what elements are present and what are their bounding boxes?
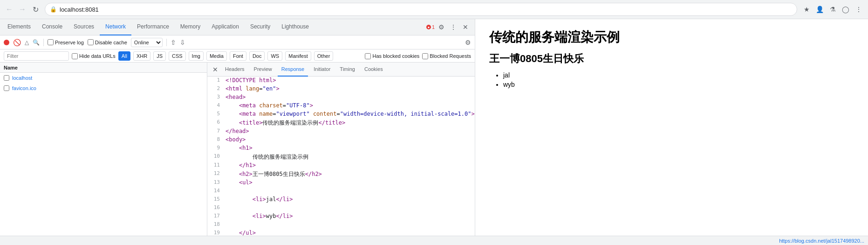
filter-ws-button[interactable]: WS [267, 51, 282, 61]
close-devtools-icon[interactable]: ✕ [460, 21, 471, 33]
preserve-log-label[interactable]: Preserve log [48, 39, 84, 45]
profile-icon[interactable]: 👤 [814, 4, 825, 15]
tab-preview[interactable]: Preview [250, 63, 276, 77]
list-item-jal: jal [503, 71, 854, 79]
disable-cache-text: Disable cache [95, 40, 127, 45]
line-content: <meta charset="UTF-8"> [224, 102, 475, 109]
search-icon[interactable]: 🔍 [33, 39, 40, 46]
line-number: 2 [207, 85, 224, 91]
line-number: 3 [207, 93, 224, 100]
line-content: </ul> [224, 229, 475, 236]
line-number: 10 [207, 153, 224, 159]
filter-img-button[interactable]: Img [189, 51, 204, 61]
filter-font-button[interactable]: Font [230, 51, 246, 61]
filter-media-button[interactable]: Media [206, 51, 227, 61]
request-items: localhost favicon.ico [0, 73, 207, 236]
network-settings-icon[interactable]: ⚙ [465, 39, 471, 46]
tab-initiator[interactable]: Initiator [310, 63, 334, 77]
record-button[interactable] [4, 40, 9, 45]
more-options-icon[interactable]: ⋮ [448, 21, 459, 33]
devtools-tab-bar: Elements Console Sources Network Perform… [0, 19, 475, 35]
response-close-button[interactable]: ✕ [211, 65, 219, 74]
list-item-wyb: wyb [503, 81, 854, 88]
error-dot: ● [426, 25, 431, 29]
filter-css-button[interactable]: CSS [169, 51, 186, 61]
page-subtitle: 王一博0805生日快乐 [489, 52, 854, 66]
disable-cache-label[interactable]: Disable cache [88, 39, 127, 45]
filter-all-button[interactable]: All [118, 51, 130, 61]
blocked-requests-text: Blocked Requests [430, 53, 471, 59]
request-item-favicon[interactable]: favicon.ico [0, 83, 207, 93]
line-content [224, 187, 475, 188]
code-line-16: 16 [207, 204, 475, 212]
blocked-requests-label[interactable]: Blocked Requests [422, 53, 471, 59]
code-line-10: 10 传统的服务端渲染示例 [207, 153, 475, 161]
tab-sources[interactable]: Sources [68, 19, 100, 35]
export-button[interactable]: ⇩ [180, 39, 185, 46]
tab-network[interactable]: Network [100, 19, 131, 35]
tab-lighthouse[interactable]: Lighthouse [276, 19, 314, 35]
line-content: <html lang="en"> [224, 85, 475, 92]
has-blocked-cookies-label[interactable]: Has blocked cookies [365, 53, 419, 59]
main-layout: Elements Console Sources Network Perform… [0, 19, 868, 236]
line-number: 7 [207, 127, 224, 134]
extension-icon[interactable]: ⚗ [827, 4, 838, 15]
filter-input[interactable] [4, 51, 69, 61]
request-item-localhost[interactable]: localhost [0, 73, 207, 83]
import-button[interactable]: ⇧ [171, 39, 176, 46]
bookmark-icon[interactable]: ★ [801, 4, 812, 15]
line-number: 5 [207, 110, 224, 117]
chrome-icon[interactable]: ◯ [840, 4, 851, 15]
line-content: <head> [224, 93, 475, 101]
tab-timing[interactable]: Timing [336, 63, 359, 77]
tab-response[interactable]: Response [278, 63, 308, 77]
reload-button[interactable]: ↻ [30, 4, 41, 15]
code-line-7: 7 </head> [207, 127, 475, 136]
menu-icon[interactable]: ⋮ [853, 4, 864, 15]
has-blocked-cookies-checkbox[interactable] [365, 53, 371, 59]
request-item-checkbox-localhost[interactable] [4, 75, 9, 81]
error-badge[interactable]: ● 1 [426, 24, 435, 30]
hide-data-urls-checkbox[interactable] [72, 53, 78, 59]
tab-console[interactable]: Console [36, 19, 68, 35]
tab-security[interactable]: Security [245, 19, 276, 35]
settings-gear-icon[interactable]: ⚙ [436, 21, 447, 33]
preserve-log-checkbox[interactable] [48, 39, 54, 45]
tab-cookies[interactable]: Cookies [361, 63, 387, 77]
page-list: jal wyb [503, 71, 854, 88]
tab-elements[interactable]: Elements [2, 19, 36, 35]
line-content: <meta name="viewport" content="width=dev… [224, 110, 475, 118]
status-link[interactable]: https://blog.csdn.net/jal1517498920... [779, 238, 864, 244]
code-line-19: 19 </ul> [207, 229, 475, 236]
forward-button[interactable]: → [17, 4, 28, 15]
line-content: </head> [224, 127, 475, 135]
disable-cache-checkbox[interactable] [88, 39, 94, 45]
filter-js-button[interactable]: JS [153, 51, 166, 61]
back-button[interactable]: ← [4, 4, 15, 15]
hide-data-urls-text: Hide data URLs [79, 53, 116, 59]
clear-button[interactable]: 🚫 [13, 39, 21, 46]
filter-doc-button[interactable]: Doc [249, 51, 265, 61]
code-line-14: 14 [207, 187, 475, 196]
filter-icon[interactable]: △ [25, 39, 29, 46]
tab-memory[interactable]: Memory [175, 19, 206, 35]
line-number: 14 [207, 187, 224, 194]
tab-performance[interactable]: Performance [131, 19, 175, 35]
url-bar[interactable]: 🔒 localhost:8081 [45, 3, 797, 16]
toolbar-divider [43, 39, 44, 46]
tab-headers[interactable]: Headers [221, 63, 248, 77]
tab-application[interactable]: Application [206, 19, 245, 35]
line-content: <li>jal</li> [224, 196, 475, 203]
hide-data-urls-label[interactable]: Hide data URLs [72, 53, 116, 59]
network-toolbar: 🚫 △ 🔍 Preserve log Disable cache Online … [0, 35, 475, 49]
request-item-checkbox-favicon[interactable] [4, 85, 9, 91]
filter-xhr-button[interactable]: XHR [133, 51, 150, 61]
blocked-requests-checkbox[interactable] [422, 53, 428, 59]
filter-other-button[interactable]: Other [314, 51, 334, 61]
line-number: 19 [207, 229, 224, 236]
preserve-log-text: Preserve log [55, 40, 84, 45]
filter-manifest-button[interactable]: Manifest [285, 51, 311, 61]
devtools-panel: Elements Console Sources Network Perform… [0, 19, 475, 236]
throttle-select[interactable]: Online Fast 3G Slow 3G Offline [131, 38, 163, 47]
line-content: <h1> [224, 144, 475, 152]
